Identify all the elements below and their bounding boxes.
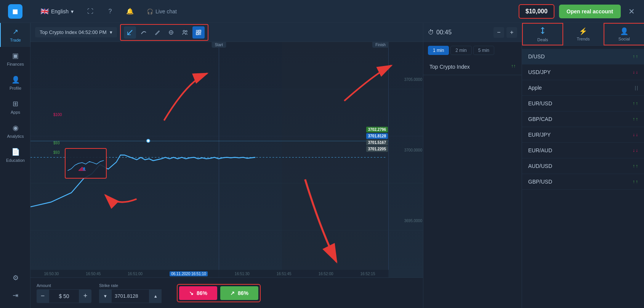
amount-decrease-button[interactable]: −: [37, 289, 49, 303]
strike-field[interactable]: [111, 289, 149, 303]
trend-up-icon: ↑: [636, 101, 638, 106]
asset-item-eur-aud[interactable]: EUR/AUD ↓ ↓: [522, 143, 644, 158]
open-account-button[interactable]: Open real account: [559, 5, 621, 18]
trading-area: Top Crypto Index 04:52:00 PM ▾: [30, 23, 644, 308]
deals-tab-icon: [539, 27, 546, 36]
timer-value: 00:45: [436, 29, 452, 36]
timer-decrease-button[interactable]: −: [493, 27, 504, 38]
strike-down-button[interactable]: ▾: [99, 289, 111, 303]
language-label: English: [51, 8, 69, 15]
strike-up-button[interactable]: ▴: [149, 289, 162, 303]
trend-up-icon: ↑: [633, 101, 635, 106]
asset-item-usd-jpy[interactable]: USD/JPY ↓ ↓: [522, 65, 644, 80]
finish-label: Finish: [372, 42, 389, 48]
grid-tool-button[interactable]: [192, 26, 205, 39]
language-selector[interactable]: 🇬🇧 English ▾: [37, 5, 77, 18]
asset-name: EUR/AUD: [528, 147, 552, 153]
start-label: Start: [212, 42, 226, 48]
timer-display: ⏱ 00:45: [428, 29, 452, 36]
asset-name: AUD/USD: [528, 163, 552, 169]
trend-up-icon: ↑: [633, 116, 635, 122]
topbar-right: $10,000 Open real account ✕: [519, 4, 638, 19]
social-tab-icon: 👤: [620, 27, 628, 35]
finances-icon: ▣: [12, 52, 19, 60]
asset-trend-aud-usd: ↑ ↑: [633, 163, 638, 169]
sidebar-item-profile[interactable]: 👤 Profile: [0, 71, 30, 95]
crosshair-horizontal: [30, 141, 389, 141]
amount-field[interactable]: [49, 289, 79, 303]
symbol-name: Top Crypto Index 04:52:00 PM: [40, 29, 107, 35]
tab-social[interactable]: 👤 Social: [604, 23, 644, 45]
buy-percentage: 86%: [238, 290, 248, 296]
curve-tool-button[interactable]: [138, 26, 150, 39]
trend-up-icon: ↑: [633, 163, 635, 169]
right-panel: Deals ⚡ Trends 👤 Social D/USD ↑ ↑: [522, 23, 644, 308]
asset-item-aud-usd[interactable]: AUD/USD ↑ ↑: [522, 158, 644, 174]
sound-icon: 🔔: [126, 8, 134, 15]
amount-increase-button[interactable]: +: [79, 289, 91, 303]
tab-trends[interactable]: ⚡ Trends: [563, 23, 603, 45]
sound-button[interactable]: 🔔: [123, 5, 137, 18]
sidebar-item-settings[interactable]: ⚙: [0, 269, 30, 287]
asset-item-eur-jpy[interactable]: EUR/JPY ↓ ↓: [522, 127, 644, 143]
sidebar-item-finances[interactable]: ▣ Finances: [0, 47, 30, 71]
line-tool-button[interactable]: [124, 26, 136, 39]
people-tool-button[interactable]: [179, 26, 191, 39]
sell-down-icon: ↘: [189, 290, 194, 296]
deals-tab-label: Deals: [537, 37, 548, 42]
sidebar-item-label: Apps: [11, 110, 20, 114]
timeframe-5min-button[interactable]: 5 min: [473, 46, 494, 55]
sidebar-item-logout[interactable]: ⇥: [0, 287, 30, 304]
help-button[interactable]: ?: [103, 5, 117, 18]
asset-item-gbp-usd[interactable]: GBP/USD ↑ ↑: [522, 174, 644, 190]
trend-down-icon: ↓: [636, 148, 638, 153]
asset-item-apple[interactable]: Apple | |: [522, 80, 644, 96]
expand-button[interactable]: ⛶: [83, 5, 97, 18]
tab-deals[interactable]: Deals: [522, 23, 563, 45]
time-label-4: 06.11.2020 16:51:10: [170, 271, 208, 276]
pencil-tool-button[interactable]: [151, 26, 163, 39]
help-icon: ?: [108, 8, 112, 15]
svg-line-0: [128, 30, 132, 35]
balance-display[interactable]: $10,000: [519, 4, 554, 19]
chart-tools: [120, 24, 208, 41]
strike-control-group: Strike rate ▾ ▴: [99, 283, 162, 303]
trend-neutral-icon: |: [635, 85, 636, 90]
timeframe-1min-button[interactable]: 1 min: [428, 46, 449, 55]
top-asset-name: Top Crypto Index: [429, 64, 470, 70]
price-label-2: 3700.0000: [404, 148, 422, 152]
trend-down-icon: ↓: [633, 132, 635, 137]
asset-trend-gbp-cad: ↑ ↑: [633, 116, 638, 122]
trend-up-icon: ↑: [636, 179, 638, 184]
top-asset-item[interactable]: Top Crypto Index ↑↑: [423, 59, 522, 75]
sidebar-bottom: ⚙ ⇥: [0, 269, 30, 308]
shape-tool-button[interactable]: [165, 26, 177, 39]
timeframe-2min-button[interactable]: 2 min: [450, 46, 471, 55]
price-box-main: 3702.2796: [366, 127, 388, 132]
profile-icon: 👤: [11, 76, 20, 84]
timer-increase-button[interactable]: +: [506, 27, 517, 38]
close-button[interactable]: ✕: [625, 5, 638, 18]
main-content: 🇬🇧 English ▾ ⛶ ? 🔔 🎧 Live chat $10,000 O…: [30, 0, 644, 308]
svg-point-4: [183, 30, 185, 32]
trend-up-icon: ↑: [636, 116, 638, 122]
asset-item-eur-usd[interactable]: EUR/USD ↑ ↑: [522, 96, 644, 111]
asset-item-d-usd[interactable]: D/USD ↑ ↑: [522, 49, 644, 65]
sidebar-item-apps[interactable]: ⊞ Apps: [0, 95, 30, 119]
clock-icon: ⏱: [428, 29, 434, 36]
sidebar-item-trade[interactable]: ↗ Trade: [0, 23, 30, 47]
topbar: 🇬🇧 English ▾ ⛶ ? 🔔 🎧 Live chat $10,000 O…: [30, 0, 644, 23]
live-chat-button[interactable]: 🎧 Live chat: [143, 6, 181, 17]
sidebar-item-education[interactable]: 📄 Education: [0, 143, 30, 167]
sell-button[interactable]: ↘ 86%: [179, 286, 217, 300]
sidebar-item-analytics[interactable]: ◉ Analytics: [0, 119, 30, 143]
sidebar-item-label: Finances: [7, 62, 24, 66]
buy-button[interactable]: ↗ 86%: [220, 286, 258, 300]
symbol-selector[interactable]: Top Crypto Index 04:52:00 PM ▾: [35, 27, 117, 37]
asset-item-gbp-cad[interactable]: GBP/CAD ↑ ↑: [522, 111, 644, 127]
price-box-line1: 3701.8128: [366, 133, 388, 139]
asset-trend-eur-jpy: ↓ ↓: [633, 132, 638, 137]
strike-input-group: ▾ ▴: [99, 289, 162, 303]
app-logo[interactable]: ◼: [8, 4, 22, 19]
asset-trend-eur-usd: ↑ ↑: [633, 101, 638, 106]
